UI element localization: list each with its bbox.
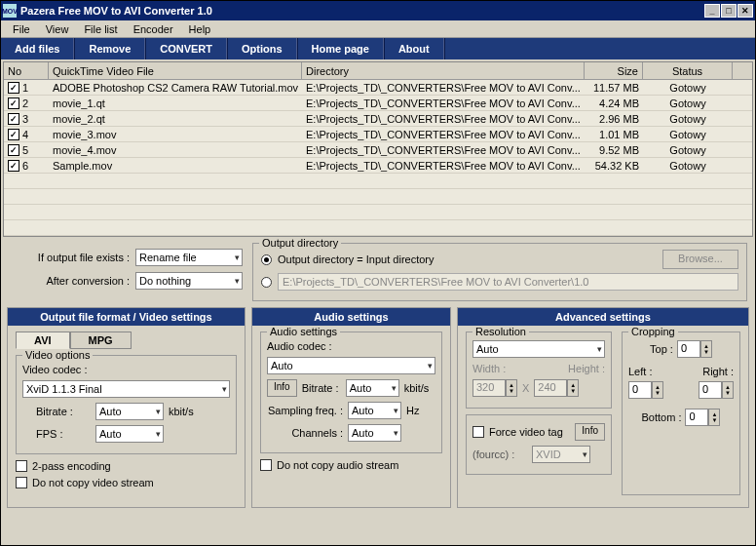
col-size[interactable]: Size (585, 62, 643, 79)
panel-video-title: Output file format / Video settings (8, 308, 245, 326)
crop-top-spinner[interactable]: ▲▼ (700, 340, 712, 358)
after-conv-select[interactable]: Do nothing (135, 272, 243, 290)
abitrate-label: Bitrate : (302, 382, 341, 394)
width-input[interactable]: 320 (472, 379, 506, 397)
tab-mpg[interactable]: MPG (70, 332, 132, 349)
novideo-label: Do not copy video stream (32, 477, 154, 488)
radio-same-dir-label: Output directory = Input directory (278, 254, 435, 265)
menu-encoder[interactable]: Encoder (126, 21, 181, 37)
remove-button[interactable]: Remove (74, 38, 145, 59)
homepage-button[interactable]: Home page (297, 38, 384, 59)
vcodec-label: Video codec : (22, 364, 87, 375)
vcodec-select[interactable]: XviD 1.1.3 Final (22, 380, 230, 398)
menu-file[interactable]: File (5, 21, 38, 37)
crop-left-spinner[interactable]: ▲▼ (652, 381, 663, 399)
cropping-legend: Cropping (628, 326, 678, 337)
samp-unit: Hz (406, 405, 419, 416)
crop-bottom-input[interactable]: 0 (685, 409, 708, 426)
row-checkbox[interactable]: ✓ (8, 82, 19, 94)
fps-select[interactable]: Auto (95, 425, 164, 443)
table-row[interactable]: ✓4movie_3.movE:\Projects_TD\_CONVERTERS\… (4, 127, 752, 142)
crop-top-input[interactable]: 0 (677, 340, 700, 358)
table-row[interactable]: ✓5movie_4.movE:\Projects_TD\_CONVERTERS\… (4, 142, 752, 158)
row-num: 1 (22, 82, 28, 94)
novideo-checkbox[interactable] (16, 477, 27, 488)
crop-right-spinner[interactable]: ▲▼ (722, 381, 734, 399)
menu-help[interactable]: Help (181, 21, 219, 37)
fourcc-label: (fourcc) : (472, 448, 527, 460)
table-row[interactable]: ✓3movie_2.qtE:\Projects_TD\_CONVERTERS\F… (4, 111, 752, 127)
row-num: 3 (22, 113, 28, 125)
row-size: 54.32 KB (585, 158, 643, 173)
row-status: Gotowy (643, 96, 733, 110)
col-file[interactable]: QuickTime Video File (49, 62, 302, 79)
options-button[interactable]: Options (227, 38, 297, 59)
noaudio-checkbox[interactable] (260, 459, 272, 471)
browse-button[interactable]: Browse... (662, 250, 738, 269)
row-size: 9.52 MB (585, 142, 643, 157)
row-size: 4.24 MB (585, 96, 643, 110)
resolution-select[interactable]: Auto (472, 340, 605, 358)
maximize-button[interactable]: □ (721, 4, 737, 18)
channels-select[interactable]: Auto (348, 424, 401, 442)
audio-info-button[interactable]: Info (267, 379, 297, 397)
audio-settings-legend: Audio settings (267, 326, 340, 337)
force-tag-label: Force video tag (489, 426, 563, 438)
fourcc-select[interactable]: XVID (532, 446, 590, 463)
col-dir[interactable]: Directory (302, 62, 585, 79)
abitrate-select[interactable]: Auto (346, 379, 399, 397)
row-status: Gotowy (643, 142, 733, 157)
row-checkbox[interactable]: ✓ (8, 98, 19, 109)
minimize-button[interactable]: _ (704, 4, 720, 18)
window-title: Pazera Free MOV to AVI Converter 1.0 (20, 5, 704, 17)
menubar: File View File list Encoder Help (1, 20, 755, 38)
vbitrate-select[interactable]: Auto (95, 403, 164, 420)
row-file: ADOBE Photoshop CS2 Camera RAW Tutorial.… (49, 80, 302, 95)
crop-left-input[interactable]: 0 (628, 381, 652, 399)
if-exists-label: If output file exists : (38, 252, 130, 263)
close-button[interactable]: ✕ (737, 4, 753, 18)
height-input[interactable]: 240 (534, 379, 567, 397)
crop-bottom-spinner[interactable]: ▲▼ (708, 409, 720, 426)
row-checkbox[interactable]: ✓ (8, 113, 19, 125)
samp-select[interactable]: Auto (348, 402, 401, 419)
table-row[interactable]: ✓6Sample.movE:\Projects_TD\_CONVERTERS\F… (4, 158, 752, 174)
if-exists-select[interactable]: Rename file (135, 249, 243, 266)
menu-filelist[interactable]: File list (76, 21, 125, 37)
crop-bottom-label: Bottom : (642, 411, 682, 423)
row-file: movie_4.mov (49, 142, 302, 157)
fps-label: FPS : (36, 428, 91, 440)
force-tag-checkbox[interactable] (472, 426, 484, 438)
output-path-input[interactable]: E:\Projects_TD\_CONVERTERS\Free MOV to A… (278, 273, 738, 291)
about-button[interactable]: About (384, 38, 444, 59)
col-no[interactable]: No (4, 62, 49, 79)
row-file: Sample.mov (49, 158, 302, 173)
tab-avi[interactable]: AVI (16, 332, 70, 349)
table-row[interactable]: ✓2movie_1.qtE:\Projects_TD\_CONVERTERS\F… (4, 96, 752, 111)
row-dir: E:\Projects_TD\_CONVERTERS\Free MOV to A… (302, 96, 585, 110)
row-checkbox[interactable]: ✓ (8, 144, 19, 156)
radio-same-dir[interactable] (261, 254, 272, 265)
acodec-label: Audio codec : (267, 340, 332, 352)
crop-right-label: Right : (702, 366, 734, 377)
fourcc-info-button[interactable]: Info (575, 423, 605, 441)
row-dir: E:\Projects_TD\_CONVERTERS\Free MOV to A… (302, 158, 585, 173)
row-checkbox[interactable]: ✓ (8, 129, 19, 140)
crop-right-input[interactable]: 0 (699, 381, 722, 399)
row-dir: E:\Projects_TD\_CONVERTERS\Free MOV to A… (302, 111, 585, 126)
height-spinner[interactable]: ▲▼ (567, 379, 579, 397)
radio-custom-dir[interactable] (261, 277, 272, 288)
vbitrate-unit: kbit/s (169, 406, 194, 417)
table-row[interactable]: ✓1ADOBE Photoshop CS2 Camera RAW Tutoria… (4, 80, 752, 96)
add-files-button[interactable]: Add files (1, 38, 74, 59)
row-status: Gotowy (643, 80, 733, 95)
col-status[interactable]: Status (643, 62, 733, 79)
acodec-select[interactable]: Auto (267, 357, 435, 374)
convert-button[interactable]: CONVERT (145, 38, 227, 59)
twopass-checkbox[interactable] (16, 460, 27, 472)
table-row-empty (4, 189, 752, 205)
menu-view[interactable]: View (38, 21, 77, 37)
width-spinner[interactable]: ▲▼ (506, 379, 517, 397)
table-row-empty (4, 205, 752, 220)
row-checkbox[interactable]: ✓ (8, 160, 19, 172)
